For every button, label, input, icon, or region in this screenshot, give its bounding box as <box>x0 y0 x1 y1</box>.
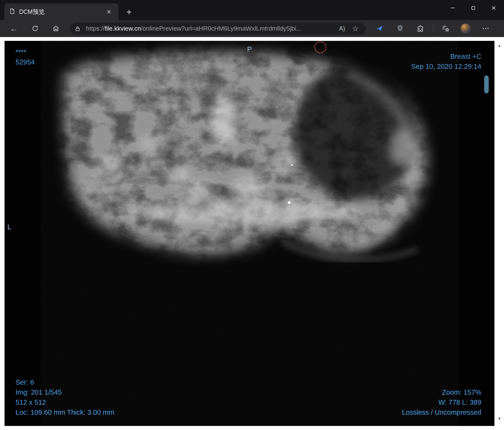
tab-dcm-preview[interactable]: DCM预览 × <box>4 3 118 20</box>
window-minimize-button[interactable] <box>442 0 463 16</box>
extension-blue-icon[interactable] <box>374 23 385 34</box>
overlay-display-block: Zoom: 157% W: 778 L: 389 Lossless / Unco… <box>402 387 481 417</box>
overlay-patient-id: 52954 <box>16 57 35 67</box>
new-tab-button[interactable]: + <box>123 6 135 18</box>
image-stack-scrollbar-thumb[interactable] <box>484 75 489 93</box>
url-host: file.kkview.cn <box>105 25 141 32</box>
dicom-canvas[interactable]: **** 52954 P Breast +C Sep 10, 2020 12:2… <box>5 41 495 426</box>
url-path: /onlinePreview?url=aHR0cHM6Ly9maWxlLmtrd… <box>141 25 301 32</box>
window-close-button[interactable]: × <box>484 0 504 16</box>
browser-window: DCM预览 × + × ← <box>0 0 504 430</box>
overlay-compression: Lossless / Uncompressed <box>402 407 481 417</box>
read-aloud-icon[interactable]: A) <box>336 23 348 34</box>
tab-close-button[interactable]: × <box>104 7 114 17</box>
overlay-series-number: Ser: 6 <box>16 377 114 387</box>
url-text: https://file.kkview.cn/onlinePreview?url… <box>86 25 334 32</box>
address-bar[interactable]: https://file.kkview.cn/onlinePreview?url… <box>70 22 366 35</box>
overlay-window-level: W: 778 L: 389 <box>402 397 481 407</box>
toolbar-divider <box>433 25 433 32</box>
orientation-marker-left: L <box>7 222 11 232</box>
shield-icon <box>396 24 404 33</box>
maximize-icon <box>471 6 475 10</box>
tab-strip: DCM预览 × + × <box>0 0 504 20</box>
back-button[interactable]: ← <box>8 22 20 35</box>
settings-more-button[interactable] <box>480 23 491 34</box>
overlay-series-block: Ser: 6 Img: 201 1/545 512 x 512 Loc: 109… <box>16 377 114 417</box>
favorites-list-star-icon <box>441 24 450 33</box>
url-scheme: https:// <box>86 25 105 32</box>
extensions-button[interactable] <box>415 23 426 34</box>
minimize-icon <box>451 8 455 8</box>
scrollbar-up-arrow[interactable]: ▲ <box>497 44 502 47</box>
overlay-matrix-size: 512 x 512 <box>16 397 114 407</box>
overlay-zoom-level: Zoom: 157% <box>402 387 481 397</box>
toolbar-icons <box>374 22 491 35</box>
overlay-study-block: Breast +C Sep 10, 2020 12:29:14 <box>411 51 481 72</box>
tab-title: DCM预览 <box>19 8 100 16</box>
lock-icon[interactable] <box>74 26 81 32</box>
overlay-study-description: Breast +C <box>411 51 481 61</box>
refresh-icon <box>31 25 39 32</box>
navigation-bar: ← https://file.kkview.cn/onlinePreview?u… <box>0 20 504 37</box>
overlay-image-number: Img: 201 1/545 <box>16 387 114 397</box>
home-icon <box>52 25 60 32</box>
paper-plane-icon <box>376 24 384 33</box>
page-content: **** 52954 P Breast +C Sep 10, 2020 12:2… <box>0 37 504 430</box>
favorite-star-icon[interactable]: ☆ <box>350 23 361 34</box>
puzzle-icon <box>417 24 425 33</box>
extension-shield-icon[interactable] <box>395 23 405 34</box>
favorites-hub-button[interactable] <box>440 23 451 34</box>
ellipsis-icon <box>482 24 490 33</box>
overlay-study-datetime: Sep 10, 2020 12:29:14 <box>411 61 481 72</box>
page-document-icon <box>9 8 15 15</box>
refresh-button[interactable] <box>29 22 41 35</box>
window-maximize-button[interactable] <box>463 0 484 16</box>
overlay-slice-location: Loc: 109.60 mm Thick: 3.00 mm <box>16 407 114 417</box>
profile-avatar[interactable] <box>460 23 471 34</box>
annotation-circle <box>314 41 326 53</box>
scrollbar-down-arrow[interactable]: ▼ <box>497 417 502 421</box>
window-controls: × <box>442 0 504 16</box>
mri-image <box>5 41 495 426</box>
home-button[interactable] <box>50 22 62 35</box>
